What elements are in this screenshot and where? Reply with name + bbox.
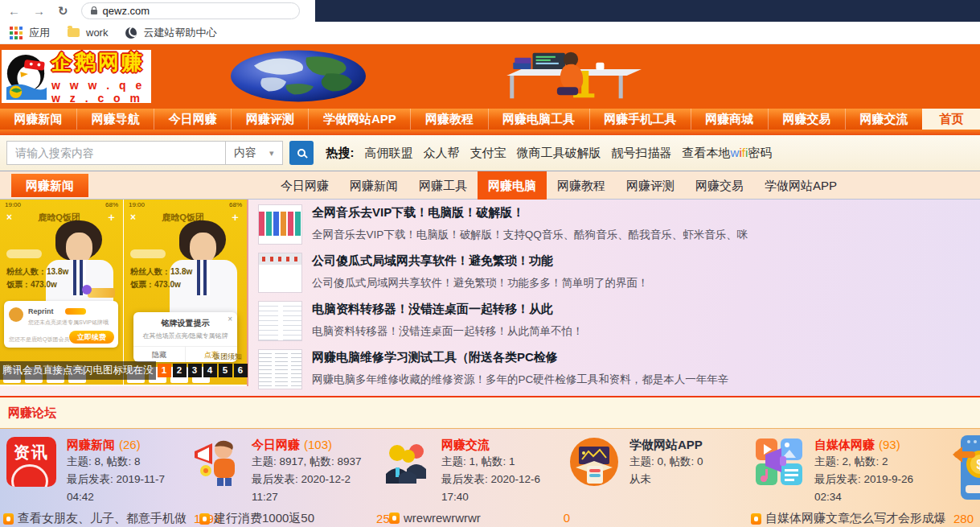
board-name[interactable]: 网赚新闻: [67, 438, 115, 451]
slide-image-left[interactable]: 19:00 68% × 鹿晗Q饭团 ＋ 粉丝人数: [0, 200, 123, 385]
page-dot-4[interactable]: 4: [203, 364, 217, 377]
nav-item-mobile-tools[interactable]: 网赚手机工具: [589, 109, 691, 130]
ticker-post-title[interactable]: 建行消费1000返50: [214, 511, 314, 526]
nav-item-jiaocheng[interactable]: 网赚教程: [410, 109, 487, 130]
board-name[interactable]: 今日网赚: [252, 438, 300, 451]
latest-posts-ticker: 查看女朋友、儿子、都意手机做 1793 建行消费1000返50 254 wrew…: [0, 509, 980, 527]
nav-item-news[interactable]: 网赚新闻: [0, 109, 76, 130]
article-title[interactable]: 全网音乐去VIP下载！电脑版！破解版！: [312, 205, 748, 220]
slide-image-right[interactable]: 19:00 68% × 鹿晗Q饭团 ＋ 粉丝人数: [124, 200, 247, 385]
tab-tools[interactable]: 网赚工具: [408, 171, 478, 200]
search-button[interactable]: [289, 141, 314, 165]
fans-count: 粉丝人数：13.8w: [130, 266, 192, 278]
ticker-item: 建行消费1000返50 254: [199, 511, 396, 526]
nav-item-shop[interactable]: 网赚商城: [691, 109, 768, 130]
ticker-post-title[interactable]: 查看女朋友、儿子、都意手机做: [18, 511, 187, 526]
bookmark-work[interactable]: work: [86, 27, 108, 39]
bookmark-apps[interactable]: 应用: [29, 26, 50, 40]
hot-term[interactable]: 靓号扫描器: [612, 146, 672, 161]
nav-item-pingce[interactable]: 网赚评测: [231, 109, 308, 130]
board-website-app[interactable]: 学做网站APP 主题: 0, 帖数: 0 从未: [569, 437, 707, 488]
content-body: 19:00 68% × 鹿晗Q饭团 ＋ 粉丝人数: [0, 200, 980, 397]
board-count: (103): [304, 438, 332, 451]
article-desc: 公司傻瓜式局域网共享软件！避免繁琐！功能多多！简单明了的界面！: [312, 276, 649, 290]
site-url: w w w . q e w z . c o m: [51, 79, 148, 105]
news-panel-tab[interactable]: 网赚新闻: [11, 174, 88, 197]
tab-pingce[interactable]: 网赚评测: [616, 171, 685, 200]
board-zimeiti[interactable]: 自媒体网赚(93) 主题: 2, 帖数: 2 最后发表: 2019-9-26 0…: [754, 437, 913, 506]
article-thumbnail[interactable]: [258, 204, 302, 245]
search-input[interactable]: [6, 141, 226, 165]
board-jiaoliu[interactable]: 网赚交流 主题: 1, 帖数: 1 最后发表: 2020-12-6 17:40: [381, 437, 540, 506]
forward-icon[interactable]: →: [33, 5, 45, 17]
ticker-post-title[interactable]: 自媒体网赚文章怎么写才会形成爆: [765, 511, 946, 526]
hot-term[interactable]: 高佣联盟: [365, 146, 413, 161]
phone-time: 19:00: [129, 201, 145, 208]
money-phone-icon: $: [953, 434, 980, 506]
website-app-icon: [569, 437, 619, 487]
forum-header: 网赚论坛: [0, 396, 980, 429]
page-dot-6[interactable]: 6: [234, 364, 248, 377]
news-slideshow: 19:00 68% × 鹿晗Q饭团 ＋ 粉丝人数: [0, 200, 248, 386]
tab-website-app[interactable]: 学做网站APP: [754, 171, 847, 200]
ticker-post-count: 0: [564, 511, 570, 525]
slideshow-pagination: 1 2 3 4 5 6: [158, 364, 248, 377]
dialog-hide-button[interactable]: 隐藏: [133, 347, 185, 362]
nav-item-trade[interactable]: 网赚交易: [768, 109, 845, 130]
board-last-post: 最后发表: 2020-12-6: [441, 471, 540, 488]
tab-trade[interactable]: 网赚交易: [685, 171, 754, 200]
slide-caption[interactable]: 腾讯会员直接点亮闪电图标现在没: [0, 361, 156, 380]
hot-term[interactable]: 微商工具破解版: [517, 146, 601, 161]
nav-item-jiaoliu[interactable]: 网赚交流: [845, 109, 922, 130]
member-card: Reprint 您还未点亮渠道专属SVIP铭牌哦 您还不是鹿晗Q饭团会员 立即续…: [4, 301, 118, 348]
apps-grid-icon[interactable]: [10, 27, 13, 30]
nav-item-app[interactable]: 学做网站APP: [308, 109, 410, 130]
tab-computer[interactable]: 网赚电脑: [478, 171, 547, 200]
hot-term[interactable]: 支付宝: [470, 146, 506, 161]
hot-term-wifi[interactable]: 查看本地wifi密码: [683, 146, 773, 161]
globe-icon: [125, 27, 137, 39]
page-dot-3[interactable]: 3: [188, 364, 202, 377]
ticker-post-title[interactable]: wrewrewrwrwr: [404, 511, 481, 525]
back-icon[interactable]: ←: [8, 5, 20, 17]
page-dot-1[interactable]: 1: [158, 364, 171, 377]
search-category-dropdown[interactable]: 内容 ▾: [226, 141, 283, 165]
board-name[interactable]: 学做网站APP: [629, 438, 703, 451]
page-dot-5[interactable]: 5: [219, 364, 232, 377]
article-title[interactable]: 电脑资料转移器！没错连桌面一起转移！从此: [312, 302, 584, 317]
screen: ← → ↻ qewz.com 应用 work 云建站帮助中心: [0, 0, 980, 527]
site-logo[interactable]: 企鹅网赚 w w w . q e w z . c o m: [2, 50, 151, 103]
page-dot-2[interactable]: 2: [173, 364, 187, 377]
nav-item-daohang[interactable]: 网赚导航: [76, 109, 154, 130]
board-stats: 主题: 0, 帖数: 0: [629, 453, 707, 471]
article-title[interactable]: 公司傻瓜式局域网共享软件！避免繁琐！功能: [312, 253, 649, 269]
vip-chip: [65, 308, 86, 315]
tab-today[interactable]: 今日网赚: [270, 171, 339, 200]
tab-jiaocheng[interactable]: 网赚教程: [547, 171, 616, 200]
hot-post-icon: [751, 513, 761, 525]
votes-count: 饭票：473.0w: [6, 278, 68, 291]
nav-item-today[interactable]: 今日网赚: [154, 109, 231, 130]
renew-button[interactable]: 立即续费: [69, 331, 114, 344]
article-title[interactable]: 网赚电脑维修学习测试工具（附送各类PC检修: [312, 350, 728, 365]
board-name[interactable]: 网赚交流: [441, 438, 490, 451]
dialog-close-icon[interactable]: ×: [228, 315, 232, 323]
article-thumbnail[interactable]: [258, 349, 302, 389]
forum-title[interactable]: 网赚论坛: [8, 406, 56, 421]
hot-post-icon: [199, 513, 210, 525]
board-today[interactable]: 今日网赚(103) 主题: 8917, 帖数: 8937 最后发表: 2020-…: [191, 437, 362, 506]
tab-news[interactable]: 网赚新闻: [339, 171, 408, 200]
lock-icon: [91, 10, 97, 14]
bookmark-yunjianzhan[interactable]: 云建站帮助中心: [143, 26, 216, 40]
board-news[interactable]: 资讯 网赚新闻(26) 主题: 8, 帖数: 8 最后发表: 2019-11-7…: [6, 437, 165, 506]
article-thumbnail[interactable]: [258, 301, 302, 341]
reload-icon[interactable]: ↻: [58, 5, 68, 17]
article-thumbnail[interactable]: [258, 253, 302, 293]
nav-item-pc-tools[interactable]: 网赚电脑工具: [488, 109, 589, 130]
nav-item-home[interactable]: 首页: [922, 109, 980, 130]
board-last-post: 最后发表: 2020-12-2: [252, 471, 362, 488]
board-name[interactable]: 自媒体网赚: [814, 438, 875, 451]
hot-term[interactable]: 众人帮: [424, 146, 460, 161]
board-last-time: 17:40: [441, 488, 540, 506]
address-bar[interactable]: qewz.com: [81, 2, 300, 19]
